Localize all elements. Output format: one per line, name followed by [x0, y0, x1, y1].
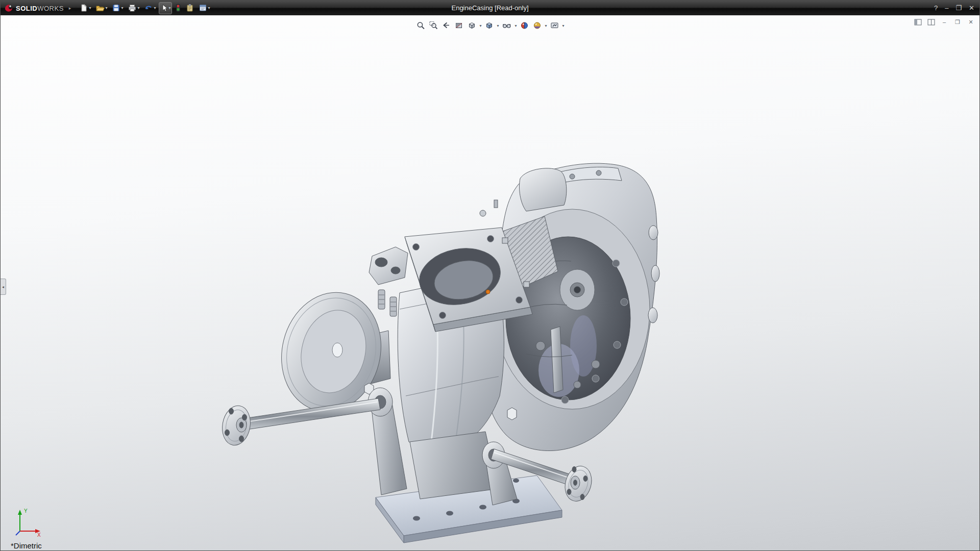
save-button[interactable]: ▾: [110, 2, 125, 14]
app-window: SOLIDWORKS ▸ ▾ ▾ ▾: [0, 0, 980, 551]
zoom-to-area-icon: [429, 21, 438, 30]
chevron-down-icon[interactable]: ▾: [562, 23, 565, 28]
clipboard-icon: [186, 4, 194, 12]
window-title: EngineCasing [Read-only]: [451, 4, 528, 12]
doc-close-button[interactable]: ✕: [966, 18, 975, 26]
minimize-button[interactable]: –: [945, 4, 948, 12]
save-floppy-icon: [112, 4, 120, 12]
stoplight-icon: [175, 4, 181, 12]
select-tool-button[interactable]: ▾: [159, 2, 172, 14]
open-document-button[interactable]: ▾: [94, 2, 109, 14]
solidworks-brand: SOLIDWORKS: [4, 3, 64, 13]
window-controls: ? – ❐ ✕: [934, 4, 974, 12]
view-orientation-label: *Dimetric: [11, 541, 42, 550]
brand-solid: SOLID: [16, 5, 37, 12]
edit-appearance-button[interactable]: [519, 20, 530, 31]
select-cursor-icon: [160, 4, 168, 12]
chevron-down-icon[interactable]: ▾: [121, 6, 123, 10]
featuremanager-collapsed-tab[interactable]: ◂: [1, 279, 6, 295]
chevron-down-icon[interactable]: ▾: [479, 23, 481, 28]
chevron-down-icon[interactable]: ▾: [208, 6, 210, 10]
clipboard-button[interactable]: [184, 2, 195, 14]
hide-show-items-button[interactable]: [501, 20, 512, 31]
section-view-icon: [454, 21, 463, 30]
previous-view-button[interactable]: [440, 20, 452, 31]
view-settings-icon: [550, 21, 559, 30]
apply-scene-button[interactable]: [532, 20, 543, 31]
scene-sphere-icon: [533, 21, 542, 30]
reference-triad: Y X: [14, 508, 44, 537]
section-view-button[interactable]: [453, 20, 464, 31]
maximize-button[interactable]: ❐: [955, 4, 962, 12]
brand-works: WORKS: [37, 5, 64, 12]
chevron-down-icon[interactable]: ▾: [105, 6, 107, 10]
open-folder-icon: [95, 4, 105, 12]
chevron-down-icon[interactable]: ▾: [514, 23, 517, 28]
print-button[interactable]: ▾: [126, 2, 141, 14]
chevron-down-icon[interactable]: ▾: [545, 23, 547, 28]
zoom-to-fit-button[interactable]: [415, 20, 426, 31]
display-style-cube-icon: [484, 21, 494, 30]
doc-minimize-button[interactable]: –: [940, 18, 949, 26]
solidworks-logo-icon: [4, 3, 14, 13]
chevron-down-icon[interactable]: ▾: [168, 6, 170, 10]
printer-icon: [128, 4, 137, 12]
view-settings-button[interactable]: [549, 20, 560, 31]
toolbar-expander-icon[interactable]: ▸: [69, 6, 71, 11]
close-button[interactable]: ✕: [969, 4, 974, 12]
display-style-button[interactable]: [483, 20, 495, 31]
pane-split-icon[interactable]: [926, 18, 936, 26]
chevron-down-icon[interactable]: ▾: [497, 23, 499, 28]
zoom-to-area-button[interactable]: [428, 20, 439, 31]
chevron-down-icon[interactable]: ▾: [89, 6, 91, 10]
pane-left-icon[interactable]: [913, 18, 922, 26]
chevron-down-icon[interactable]: ▾: [154, 6, 156, 10]
zoom-to-fit-icon: [416, 21, 425, 30]
glasses-icon: [502, 21, 511, 30]
options-panel-icon: [199, 4, 207, 12]
view-orientation-button[interactable]: [466, 20, 477, 31]
main-toolbar: ▾ ▾ ▾ ▾: [78, 2, 211, 14]
undo-button[interactable]: ▾: [142, 2, 157, 14]
doc-restore-button[interactable]: ❐: [953, 18, 962, 26]
document-window-controls: – ❐ ✕: [913, 18, 975, 26]
triad-x-label: X: [37, 532, 41, 537]
new-document-icon: [80, 4, 88, 12]
color-swatch-button[interactable]: [174, 2, 183, 14]
new-document-button[interactable]: ▾: [78, 2, 92, 14]
view-orientation-cube-icon: [467, 21, 476, 30]
help-button[interactable]: ?: [934, 4, 938, 12]
title-bar: SOLIDWORKS ▸ ▾ ▾ ▾: [1, 1, 979, 15]
triad-y-label: Y: [24, 508, 28, 514]
previous-view-icon: [442, 21, 451, 30]
heads-up-toolbar: ▾ ▾ ▾: [411, 19, 568, 32]
engine-casing-model[interactable]: [220, 156, 669, 550]
appearance-sphere-icon: [520, 21, 529, 30]
undo-arrow-icon: [144, 4, 153, 12]
graphics-viewport[interactable]: ▾ ▾ ▾: [1, 15, 979, 550]
options-button[interactable]: ▾: [197, 2, 211, 14]
chevron-down-icon[interactable]: ▾: [137, 6, 139, 10]
